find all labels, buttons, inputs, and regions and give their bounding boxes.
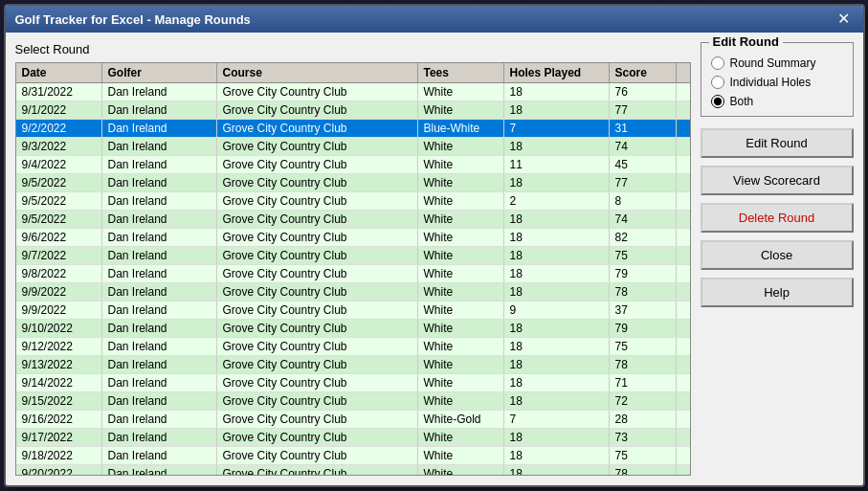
cell-0: 9/1/2022: [16, 101, 102, 119]
cell-5: 76: [610, 83, 677, 100]
table-row[interactable]: 9/17/2022Dan IrelandGrove City Country C…: [16, 429, 690, 447]
cell-0: 9/15/2022: [16, 392, 102, 410]
radio-both[interactable]: Both: [711, 95, 843, 108]
cell-4: 18: [504, 174, 610, 191]
cell-1: Dan Ireland: [102, 101, 217, 119]
cell-2: Grove City Country Club: [217, 156, 418, 173]
radio-both-label: Both: [730, 95, 754, 108]
cell-5: 77: [610, 101, 677, 119]
cell-3: White: [418, 374, 504, 391]
cell-4: 18: [504, 447, 610, 464]
cell-4: 18: [504, 392, 610, 410]
cell-1: Dan Ireland: [102, 320, 217, 337]
table-row[interactable]: 9/2/2022Dan IrelandGrove City Country Cl…: [16, 120, 690, 138]
cell-2: Grove City Country Club: [217, 411, 418, 428]
table-row[interactable]: 9/5/2022Dan IrelandGrove City Country Cl…: [16, 174, 690, 192]
cell-5: 82: [610, 229, 677, 246]
radio-round-summary-label: Round Summary: [730, 56, 816, 70]
cell-3: White: [418, 283, 504, 301]
cell-0: 9/12/2022: [16, 338, 102, 355]
table-row[interactable]: 9/20/2022Dan IrelandGrove City Country C…: [16, 465, 690, 475]
cell-3: White: [418, 174, 504, 191]
cell-4: 18: [504, 101, 610, 119]
cell-3: White: [418, 265, 504, 282]
cell-4: 18: [504, 320, 610, 337]
cell-3: White: [418, 392, 504, 410]
table-row[interactable]: 9/16/2022Dan IrelandGrove City Country C…: [16, 411, 690, 429]
cell-3: White: [418, 247, 504, 264]
cell-0: 9/16/2022: [16, 411, 102, 428]
table-row[interactable]: 9/5/2022Dan IrelandGrove City Country Cl…: [16, 192, 690, 211]
cell-1: Dan Ireland: [102, 174, 217, 191]
cell-4: 18: [504, 356, 610, 373]
table-row[interactable]: 9/8/2022Dan IrelandGrove City Country Cl…: [16, 265, 690, 283]
delete-round-button[interactable]: Delete Round: [701, 203, 854, 233]
table-row[interactable]: 9/12/2022Dan IrelandGrove City Country C…: [16, 338, 690, 356]
view-scorecard-button[interactable]: View Scorecard: [701, 166, 854, 195]
cell-3: White: [418, 156, 504, 173]
cell-5: 74: [610, 211, 677, 228]
cell-1: Dan Ireland: [102, 338, 217, 355]
table-row[interactable]: 9/4/2022Dan IrelandGrove City Country Cl…: [16, 156, 690, 174]
select-round-label: Select Round: [15, 42, 691, 56]
window-close-button[interactable]: ✕: [834, 11, 854, 27]
table-header: Date Golfer Course Tees Holes Played Sco…: [16, 63, 690, 83]
table-row[interactable]: 8/31/2022Dan IrelandGrove City Country C…: [16, 83, 690, 101]
table-row[interactable]: 9/1/2022Dan IrelandGrove City Country Cl…: [16, 101, 690, 120]
cell-1: Dan Ireland: [102, 247, 217, 264]
radio-both-input[interactable]: [711, 95, 724, 108]
cell-5: 45: [610, 156, 677, 173]
cell-1: Dan Ireland: [102, 138, 217, 155]
cell-1: Dan Ireland: [102, 301, 217, 319]
cell-2: Grove City Country Club: [217, 174, 418, 191]
cell-0: 9/9/2022: [16, 301, 102, 319]
cell-4: 18: [504, 138, 610, 155]
cell-5: 72: [610, 392, 677, 410]
table-row[interactable]: 9/15/2022Dan IrelandGrove City Country C…: [16, 392, 690, 411]
cell-5: 73: [610, 429, 677, 446]
table-row[interactable]: 9/5/2022Dan IrelandGrove City Country Cl…: [16, 211, 690, 229]
table-row[interactable]: 9/18/2022Dan IrelandGrove City Country C…: [16, 447, 690, 465]
table-row[interactable]: 9/9/2022Dan IrelandGrove City Country Cl…: [16, 301, 690, 320]
cell-2: Grove City Country Club: [217, 211, 418, 228]
radio-individual-holes[interactable]: Individual Holes: [711, 76, 843, 89]
cell-5: 77: [610, 174, 677, 191]
cell-2: Grove City Country Club: [217, 120, 418, 137]
close-button[interactable]: Close: [701, 240, 854, 270]
left-panel: Select Round Date Golfer Course Tees Hol…: [15, 42, 691, 476]
cell-0: 9/2/2022: [16, 120, 102, 137]
cell-4: 7: [504, 411, 610, 428]
table-row[interactable]: 9/3/2022Dan IrelandGrove City Country Cl…: [16, 138, 690, 156]
cell-5: 78: [610, 356, 677, 373]
dialog-title: Golf Tracker for Excel - Manage Rounds: [15, 12, 251, 27]
cell-3: White: [418, 211, 504, 228]
table-row[interactable]: 9/7/2022Dan IrelandGrove City Country Cl…: [16, 247, 690, 265]
table-row[interactable]: 9/6/2022Dan IrelandGrove City Country Cl…: [16, 229, 690, 247]
cell-0: 9/20/2022: [16, 465, 102, 475]
cell-4: 18: [504, 211, 610, 228]
radio-round-summary-input[interactable]: [711, 56, 724, 70]
col-score: Score: [610, 63, 677, 82]
cell-1: Dan Ireland: [102, 356, 217, 373]
cell-1: Dan Ireland: [102, 192, 217, 210]
cell-4: 18: [504, 283, 610, 301]
cell-5: 79: [610, 265, 677, 282]
cell-0: 9/14/2022: [16, 374, 102, 391]
cell-2: Grove City Country Club: [217, 83, 418, 100]
cell-1: Dan Ireland: [102, 465, 217, 475]
cell-3: White: [418, 338, 504, 355]
edit-round-button[interactable]: Edit Round: [701, 128, 854, 158]
cell-4: 18: [504, 374, 610, 391]
help-button[interactable]: Help: [701, 278, 854, 307]
table-row[interactable]: 9/13/2022Dan IrelandGrove City Country C…: [16, 356, 690, 374]
cell-0: 9/8/2022: [16, 265, 102, 282]
table-body[interactable]: 8/31/2022Dan IrelandGrove City Country C…: [16, 83, 690, 475]
cell-3: White: [418, 429, 504, 446]
cell-0: 9/5/2022: [16, 211, 102, 228]
cell-2: Grove City Country Club: [217, 320, 418, 337]
table-row[interactable]: 9/10/2022Dan IrelandGrove City Country C…: [16, 320, 690, 338]
radio-round-summary[interactable]: Round Summary: [711, 56, 843, 70]
table-row[interactable]: 9/14/2022Dan IrelandGrove City Country C…: [16, 374, 690, 392]
radio-individual-holes-input[interactable]: [711, 76, 724, 89]
table-row[interactable]: 9/9/2022Dan IrelandGrove City Country Cl…: [16, 283, 690, 301]
